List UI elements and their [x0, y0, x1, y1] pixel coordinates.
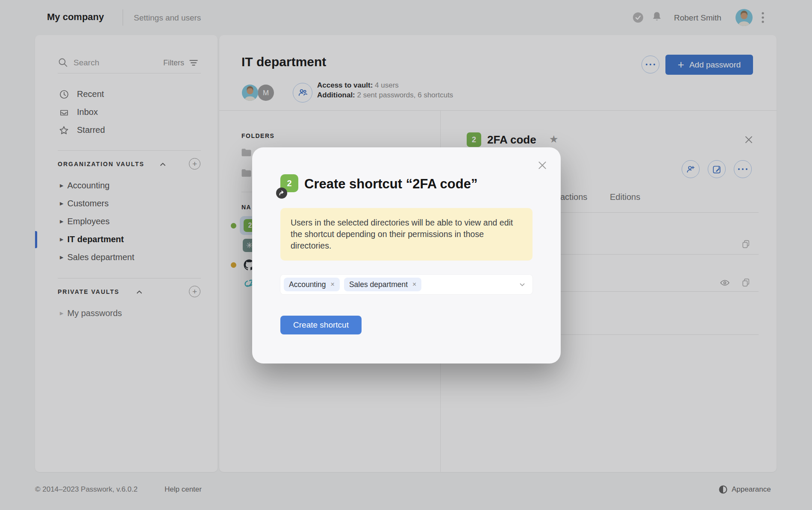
modal-note: Users in the selected directories will b… [280, 208, 533, 261]
directories-select[interactable]: Accounting × Sales department × [280, 275, 533, 294]
chevron-down-icon[interactable] [518, 280, 527, 289]
app-root: My company Settings and users Robert Smi… [0, 0, 812, 510]
create-shortcut-button[interactable]: Create shortcut [280, 316, 362, 334]
modal-title: Create shortcut “2FA code” [304, 176, 477, 192]
shortcut-arrow-badge-icon [276, 187, 288, 199]
tag-accounting: Accounting × [284, 278, 340, 291]
remove-tag-icon[interactable]: × [412, 281, 416, 288]
close-modal-icon[interactable] [537, 160, 547, 170]
tag-sales-department: Sales department × [344, 278, 422, 291]
create-shortcut-modal: 2 Create shortcut “2FA code” Users in th… [252, 147, 561, 363]
remove-tag-icon[interactable]: × [331, 281, 335, 288]
